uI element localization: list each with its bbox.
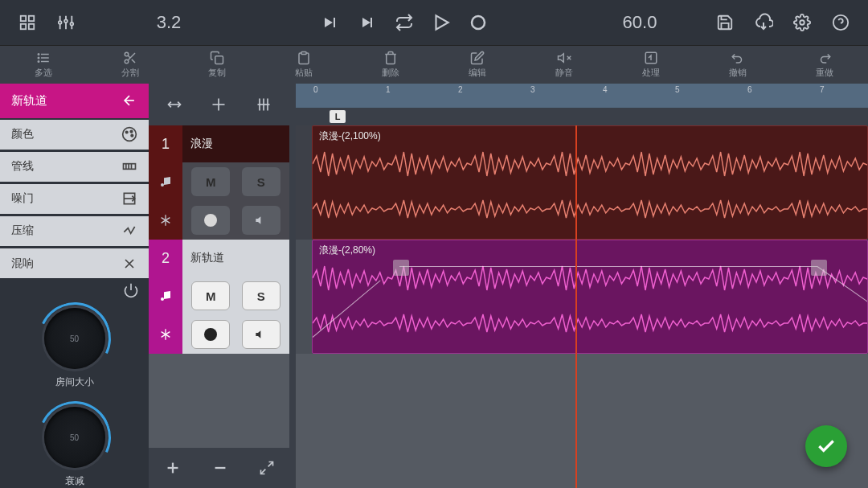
mixer-icon[interactable] [50,6,82,39]
track-2-number: 2 [149,240,182,277]
playhead[interactable] [575,125,577,488]
undo-button[interactable]: 撤销 [694,46,781,84]
track-2-freeze-icon[interactable] [149,315,182,354]
track-2-volume[interactable] [242,320,280,349]
mute-label: 静音 [555,67,573,79]
reverb-row[interactable]: 混响 [0,248,149,279]
ruler-tick: 3 [530,85,535,94]
cloud-download-icon[interactable] [747,6,780,39]
move-tool-icon[interactable] [162,92,186,117]
panel-title-label: 新轨道 [11,93,47,109]
paste-button[interactable]: 粘贴 [260,46,347,84]
track-2-record[interactable] [191,320,230,349]
track-1-record[interactable] [191,206,230,235]
track-1-name[interactable]: 浪漫 [182,125,289,162]
track-empty-area [149,354,289,448]
track-footer-tools [149,448,289,488]
top-bar: 3.2 60.0 [0,0,868,45]
process-button[interactable]: 处理 [608,46,694,84]
multiselect-button[interactable]: 多选 [0,46,87,84]
loop-icon[interactable] [388,6,420,39]
svg-rect-2 [21,24,26,29]
decay-value: 50 [70,433,79,442]
svg-rect-29 [215,56,223,64]
track-1-mute[interactable]: M [191,167,230,196]
track-2-solo[interactable]: S [242,281,280,310]
save-icon[interactable] [709,6,741,39]
audio-clip-1[interactable]: 浪漫-(2,100%) [312,125,868,240]
bar-beat-display[interactable]: 3.2 [137,12,201,33]
track-2-mute[interactable]: M [191,281,230,310]
pipeline-row[interactable]: 管线 [0,152,149,182]
track-2-name[interactable]: 新轨道 [182,240,289,277]
pipeline-label: 管线 [11,159,34,174]
loop-marker[interactable]: L [330,110,346,123]
ruler-tick: 6 [747,85,752,94]
skip-start-icon[interactable] [314,6,346,39]
svg-rect-3 [29,24,34,29]
track-header-2[interactable]: 2 新轨道 M S [149,240,289,354]
empty-lane-area[interactable] [296,354,868,488]
track-1-solo[interactable]: S [242,167,280,196]
play-icon[interactable] [425,6,457,39]
ruler-tick: 2 [458,85,463,94]
left-panel-title[interactable]: 新轨道 [0,84,149,118]
help-icon[interactable] [825,6,857,39]
room-value: 50 [70,334,79,343]
bpm-display[interactable]: 60.0 [608,12,672,33]
loop-marker-row[interactable]: L [289,108,868,125]
room-size-knob[interactable]: 50 [44,308,105,369]
ruler[interactable]: 0 1 2 3 4 5 6 7 [289,84,868,108]
track-lane-2[interactable]: 浪漫-(2,80%) [296,240,868,354]
color-row[interactable]: 颜色 [0,120,149,150]
copy-button[interactable]: 复制 [174,46,260,84]
mute-button[interactable]: 静音 [521,46,608,84]
compress-row[interactable]: 压缩 [0,216,149,247]
settings-icon[interactable] [786,6,818,39]
edit-label: 编辑 [469,67,486,79]
svg-point-15 [800,20,805,25]
track-header-1[interactable]: 1 浪漫 M S [149,125,289,240]
svg-point-11 [64,19,68,23]
svg-point-39 [131,135,133,137]
add-track-button[interactable] [164,459,182,477]
svg-rect-0 [21,16,26,21]
audio-clip-2[interactable]: 浪漫-(2,80%) [312,240,868,354]
track-2-note-icon[interactable] [149,277,182,315]
split-label: 分割 [121,67,139,79]
track-lane-1[interactable]: 浪漫-(2,100%) [296,125,868,240]
track-1-note-icon[interactable] [149,162,182,201]
track-1-freeze-icon[interactable] [149,201,182,240]
svg-point-59 [161,297,164,301]
gate-row[interactable]: 噪门 [0,184,149,215]
clip-2-label: 浪漫-(2,80%) [319,244,375,257]
record-icon[interactable] [462,6,494,39]
skip-end-icon[interactable] [351,6,383,39]
knob-area: 50 房间大小 50 衰减 [0,301,149,488]
confirm-fab[interactable] [805,425,847,467]
svg-point-25 [125,59,129,64]
snap-tool-icon[interactable] [252,92,276,117]
split-button[interactable]: 分割 [87,46,174,84]
power-icon[interactable] [123,282,139,298]
expand-button[interactable] [259,460,275,476]
envelope-handle[interactable] [393,260,409,276]
tracks-area[interactable]: 浪漫-(2,100%) 浪漫-(2,80%) [289,125,868,488]
remove-track-button[interactable] [211,459,229,477]
room-label: 房间大小 [55,375,94,389]
apps-icon[interactable] [11,6,43,39]
redo-button[interactable]: 重做 [781,46,868,84]
svg-point-37 [125,132,128,134]
compress-icon [121,223,137,239]
gate-icon [121,191,137,207]
decay-knob[interactable]: 50 [44,407,105,468]
envelope-handle[interactable] [811,260,827,276]
process-label: 处理 [642,67,660,79]
reverb-icon [121,256,137,272]
edit-button[interactable]: 编辑 [434,46,521,84]
delete-button[interactable]: 删除 [347,46,434,84]
align-tool-icon[interactable] [207,92,231,117]
ruler-tick: 7 [820,85,825,94]
track-1-volume[interactable] [242,206,280,235]
track-1-number: 1 [149,125,182,162]
